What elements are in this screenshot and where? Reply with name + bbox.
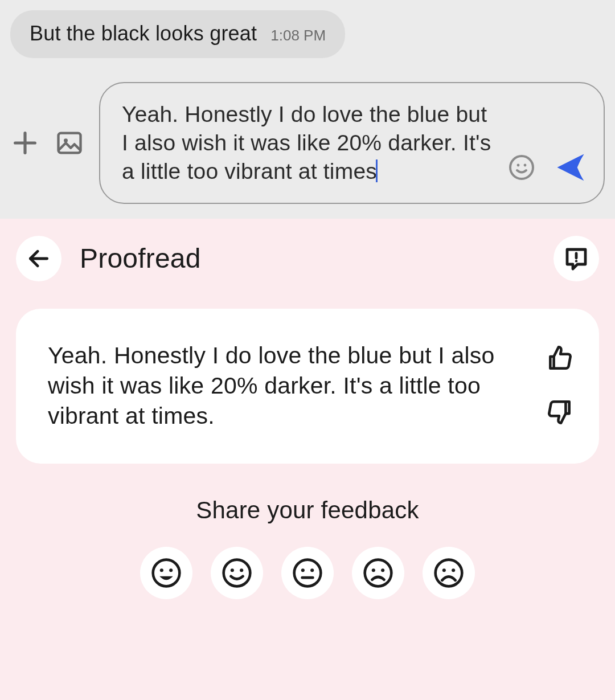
proofread-suggestion-card[interactable]: Yeah. Honestly I do love the blue but I … xyxy=(16,309,599,464)
svg-point-20 xyxy=(365,559,392,586)
feedback-face-row xyxy=(16,547,599,599)
svg-point-14 xyxy=(231,568,234,572)
thumbs-down-button[interactable] xyxy=(546,398,574,429)
svg-point-10 xyxy=(153,559,180,586)
smile-icon xyxy=(508,154,535,181)
svg-point-21 xyxy=(372,568,375,572)
svg-point-6 xyxy=(524,163,527,166)
chat-alert-icon xyxy=(563,245,590,272)
svg-rect-2 xyxy=(59,133,81,153)
send-icon xyxy=(555,151,587,184)
svg-point-25 xyxy=(452,568,455,572)
svg-point-16 xyxy=(294,559,321,586)
feedback-very-happy[interactable] xyxy=(140,547,192,599)
feedback-neutral[interactable] xyxy=(281,547,334,599)
plus-icon xyxy=(10,128,40,158)
attach-image-button[interactable] xyxy=(55,128,84,158)
svg-point-15 xyxy=(240,568,243,572)
face-very-happy-icon xyxy=(150,557,182,589)
compose-input-text: Yeah. Honestly I do love the blue but I … xyxy=(122,102,491,183)
received-message-bubble[interactable]: But the black looks great 1:08 PM xyxy=(10,10,345,58)
feedback-very-sad[interactable] xyxy=(423,547,475,599)
svg-point-9 xyxy=(575,260,577,262)
arrow-left-icon xyxy=(26,246,51,271)
thumbs-down-icon xyxy=(546,398,574,427)
received-message-time: 1:08 PM xyxy=(270,27,326,44)
svg-point-4 xyxy=(510,156,533,179)
feedback-happy[interactable] xyxy=(211,547,263,599)
compose-row: Yeah. Honestly I do love the blue but I … xyxy=(10,82,605,219)
chat-area: But the black looks great 1:08 PM Yeah. … xyxy=(0,0,615,219)
svg-point-24 xyxy=(442,568,446,572)
feedback-prompt: Share your feedback xyxy=(16,497,599,524)
svg-point-11 xyxy=(160,568,163,572)
proofread-panel: Proofread Yeah. Honestly I do love the b… xyxy=(0,219,615,700)
thumbs-up-button[interactable] xyxy=(546,343,574,374)
proofread-title: Proofread xyxy=(80,243,535,274)
attach-plus-button[interactable] xyxy=(10,128,40,158)
suggestion-highlight: . xyxy=(208,401,215,431)
svg-point-12 xyxy=(169,568,173,572)
text-cursor xyxy=(376,159,378,182)
report-button[interactable] xyxy=(554,236,599,281)
compose-bubble: Yeah. Honestly I do love the blue but I … xyxy=(99,82,605,204)
send-button[interactable] xyxy=(555,152,587,183)
emoji-button[interactable] xyxy=(506,152,538,183)
suggestion-text-body: Yeah. Honestly I do love the blue but I … xyxy=(48,342,495,429)
svg-point-18 xyxy=(310,568,314,572)
face-happy-icon xyxy=(221,557,253,589)
received-message-text: But the black looks great xyxy=(30,22,257,46)
back-button[interactable] xyxy=(16,236,62,281)
svg-point-22 xyxy=(381,568,384,572)
suggestion-vote-column xyxy=(546,343,574,429)
svg-point-23 xyxy=(436,559,462,586)
thumbs-up-icon xyxy=(546,343,574,372)
feedback-sad[interactable] xyxy=(352,547,404,599)
face-neutral-icon xyxy=(292,557,323,589)
image-icon xyxy=(55,128,84,158)
face-sad-icon xyxy=(362,557,394,589)
face-very-sad-icon xyxy=(433,557,465,589)
compose-input[interactable]: Yeah. Honestly I do love the blue but I … xyxy=(122,100,506,186)
svg-point-13 xyxy=(224,559,251,586)
proofread-header: Proofread xyxy=(16,236,599,281)
svg-point-5 xyxy=(517,163,520,166)
compose-trailing-actions xyxy=(506,152,587,186)
svg-point-17 xyxy=(301,568,305,572)
proofread-suggestion-text: Yeah. Honestly I do love the blue but I … xyxy=(48,341,528,432)
